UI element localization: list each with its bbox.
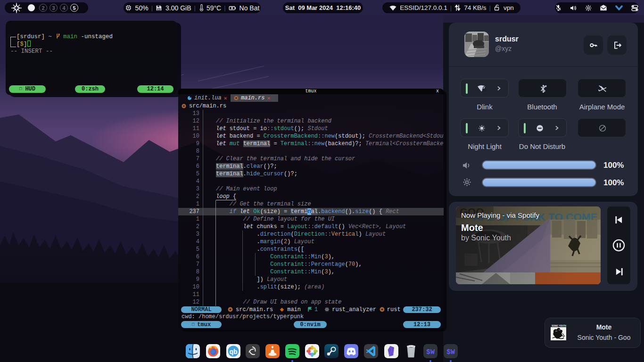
svg-text:SONIC YOUTH: SONIC YOUTH <box>552 325 566 327</box>
